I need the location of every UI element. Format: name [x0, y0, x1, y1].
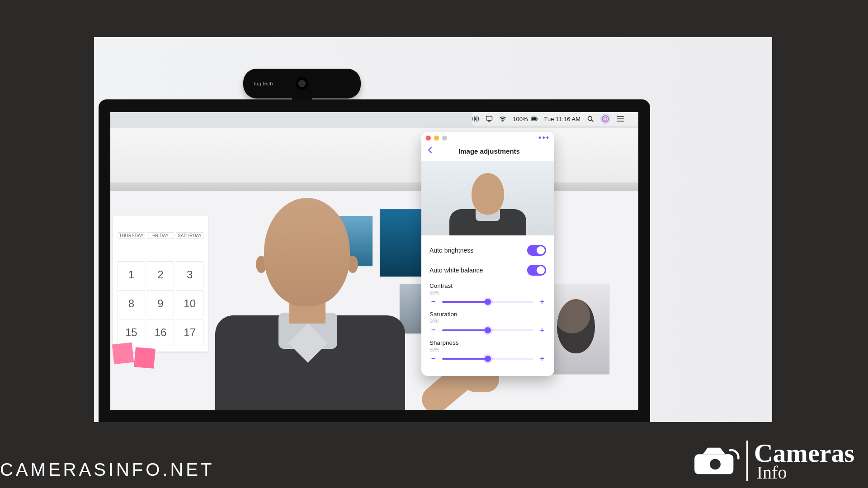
person-on-camera [165, 166, 445, 410]
image-adjustments-window: ••• Image adjustments Auto brightness [421, 132, 554, 376]
decrease-button[interactable]: − [429, 297, 438, 306]
controls-list: Auto brightness Auto white balance Contr… [421, 239, 554, 371]
logo-text-line2: Info [754, 464, 854, 482]
window-zoom-button[interactable] [442, 136, 447, 141]
slider-value-label: 50% [429, 347, 546, 352]
sticky-note [112, 343, 134, 364]
auto-brightness-toggle[interactable] [527, 245, 546, 256]
decrease-button[interactable]: − [429, 354, 438, 363]
calendar-header: THURSDAY [118, 232, 145, 239]
webcam-device: logitech [243, 69, 361, 99]
monitor-bezel: THURSDAY FRIDAY SATURDAY 1 2 3 8 9 10 15… [99, 99, 650, 422]
auto-white-balance-toggle[interactable] [527, 265, 546, 276]
svg-point-12 [602, 116, 609, 122]
audio-levels-icon[interactable] [472, 115, 479, 122]
contrast-slider[interactable] [442, 301, 533, 303]
slider-row-sharpness: Sharpness 50% − + [429, 339, 546, 363]
menubar-clock[interactable]: Tue 11:16 AM [544, 116, 580, 122]
svg-point-6 [502, 121, 503, 122]
toggle-row-auto-white-balance: Auto white balance [429, 263, 546, 278]
increase-button[interactable]: + [538, 354, 546, 363]
window-close-button[interactable] [426, 136, 431, 141]
svg-rect-5 [486, 116, 492, 120]
slider-label: Contrast [429, 282, 453, 289]
camera-preview [421, 161, 554, 235]
sticky-note [134, 347, 156, 369]
toggle-label: Auto white balance [429, 267, 483, 274]
slider-label: Saturation [429, 311, 458, 318]
slider-row-saturation: Saturation 50% − + [429, 311, 546, 335]
window-traffic-lights [426, 136, 447, 141]
calendar-cell: 1 [118, 261, 145, 288]
calendar-cell: 8 [118, 290, 145, 317]
svg-line-11 [591, 120, 593, 122]
macos-menubar: 100% Tue 11:16 AM [472, 112, 638, 126]
webcam-brand-label: logitech [254, 81, 273, 86]
svg-rect-9 [537, 118, 538, 120]
more-options-button[interactable]: ••• [538, 134, 550, 142]
wifi-icon[interactable] [499, 115, 506, 122]
site-logo: Cameras Info [690, 440, 854, 482]
siri-icon[interactable] [600, 114, 610, 124]
slider-label: Sharpness [429, 339, 459, 346]
increase-button[interactable]: + [538, 297, 546, 306]
panel-title: Image adjustments [429, 147, 549, 155]
battery-status[interactable]: 100% [513, 115, 538, 122]
svg-rect-8 [531, 117, 536, 120]
slider-value-label: 50% [429, 290, 546, 296]
airplay-icon[interactable] [486, 115, 493, 122]
decrease-button[interactable]: − [429, 326, 438, 335]
svg-point-13 [604, 117, 607, 121]
product-photo-frame: logitech THURSDAY FRIDAY SATURDAY 1 2 3 … [94, 37, 772, 422]
slider-row-contrast: Contrast 50% − + [429, 282, 546, 306]
desktop-scene: THURSDAY FRIDAY SATURDAY 1 2 3 8 9 10 15… [110, 112, 638, 410]
window-titlebar[interactable]: ••• [421, 132, 554, 144]
toggle-row-auto-brightness: Auto brightness [429, 243, 546, 258]
camera-icon [690, 443, 740, 479]
footer-site-url: CAMERASINFO.NET [0, 460, 214, 480]
window-minimize-button[interactable] [434, 136, 439, 141]
increase-button[interactable]: + [538, 326, 546, 335]
monitor-screen: THURSDAY FRIDAY SATURDAY 1 2 3 8 9 10 15… [110, 112, 638, 410]
logo-divider [746, 441, 748, 481]
slider-value-label: 50% [429, 319, 546, 324]
notification-center-icon[interactable] [617, 116, 624, 122]
toggle-label: Auto brightness [429, 247, 473, 254]
spotlight-search-icon[interactable] [587, 115, 594, 122]
saturation-slider[interactable] [442, 329, 533, 331]
battery-percent-label: 100% [513, 116, 528, 122]
sharpness-slider[interactable] [442, 358, 533, 360]
